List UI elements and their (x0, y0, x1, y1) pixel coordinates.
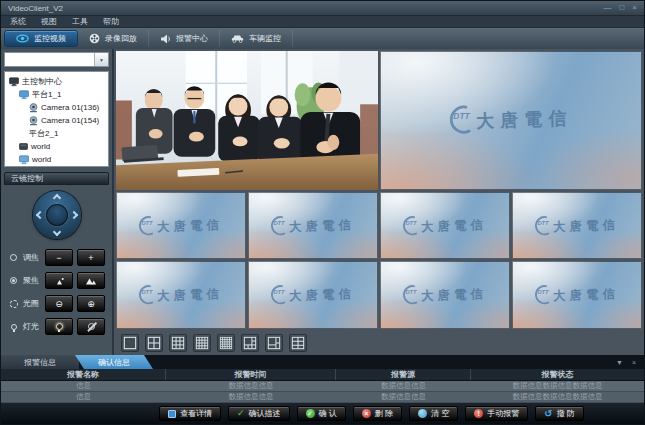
device-combo[interactable]: ▼ (4, 52, 109, 67)
video-row-top (116, 51, 642, 190)
layout-25-grid-icon (219, 336, 233, 350)
video-row-bottom (116, 261, 642, 329)
video-cell-logo-large[interactable] (380, 51, 642, 190)
video-cell[interactable] (116, 261, 246, 329)
alarm-tabbar: 报警信息 确认信息 ▼ × (1, 355, 644, 369)
minimize-button[interactable]: — (603, 4, 611, 12)
tree-item-world-1[interactable]: world (7, 140, 106, 153)
dtt-watermark (530, 214, 624, 237)
combo-dropdown-button[interactable]: ▼ (94, 53, 108, 66)
device-tree: 主控制中心 平台1_1 Camera 01( (4, 71, 109, 167)
alarm-tab-alarm-info[interactable]: 报警信息 (1, 355, 79, 369)
check-icon: ✓ (237, 409, 245, 418)
close-button[interactable]: × (632, 4, 637, 12)
focus-far-button[interactable] (77, 272, 105, 289)
dtt-watermark (530, 284, 624, 307)
layout-16-screen-button[interactable] (193, 334, 211, 352)
layout-10-screen-button[interactable] (289, 334, 307, 352)
layout-1-grid-icon (123, 336, 137, 350)
menu-item-tools[interactable]: 工具 (72, 16, 88, 27)
dpad-down-button[interactable] (52, 228, 60, 236)
tree-item-label: Camera 01(154) (41, 116, 99, 125)
app-title: VideoClient_V2 (8, 4, 63, 13)
dpad-left-button[interactable] (35, 211, 43, 219)
eye-icon (16, 34, 29, 43)
iris-close-button[interactable]: ⊖ (45, 295, 73, 312)
maximize-button[interactable]: □ (619, 4, 624, 12)
tab-vehicle-monitor[interactable]: 车辆监控 (220, 30, 293, 47)
video-cell[interactable] (116, 192, 246, 260)
tree-item-camera-154[interactable]: Camera 01(154) (7, 114, 106, 127)
disarm-button[interactable]: ↺ 撤 防 (535, 406, 584, 421)
confirm-button[interactable]: ✓ 确 认 (297, 406, 346, 421)
alarm-table-row[interactable]: 信息 数据信息信息 数据信息信息 数据信息数据信息数据信息 (1, 392, 644, 403)
ptz-row-label: 调焦 (23, 252, 41, 263)
iris-open-button[interactable]: ⊕ (77, 295, 105, 312)
layout-8-screen-button[interactable] (265, 334, 283, 352)
layout-6-screen-button[interactable] (241, 334, 259, 352)
ptz-row-focus: 聚焦 (8, 269, 105, 292)
video-cell-main-camera[interactable] (116, 51, 378, 190)
light-on-button[interactable] (45, 318, 73, 335)
dtt-watermark (266, 284, 360, 307)
video-cell[interactable] (248, 261, 378, 329)
layout-4-screen-button[interactable] (145, 334, 163, 352)
video-cell[interactable] (248, 192, 378, 260)
layout-9-screen-button[interactable] (169, 334, 187, 352)
menu-item-view[interactable]: 视图 (41, 16, 57, 27)
layout-4-grid-icon (147, 336, 161, 350)
minus-icon: − (56, 253, 61, 263)
layout-9-grid-icon (171, 336, 185, 350)
confirm-desc-button[interactable]: ✓ 确认描述 (228, 406, 290, 421)
action-label: 查看详情 (180, 408, 212, 419)
column-header-alarm-name: 报警名称 (1, 369, 166, 380)
manual-alarm-button[interactable]: ! 手动报警 (465, 406, 528, 421)
video-cell[interactable] (512, 192, 642, 260)
monitor-blue-icon (19, 155, 29, 165)
circled-plus-icon: ⊕ (87, 299, 95, 309)
layout-6-grid-icon (243, 336, 257, 350)
dtt-watermark (266, 214, 360, 237)
layout-1-screen-button[interactable] (121, 334, 139, 352)
tree-item-platform1[interactable]: 平台1_1 (7, 88, 106, 101)
bottom-action-bar: 查看详情 ✓ 确认描述 ✓ 确 认 × 删 除 清 空 ! 手动报警 ↺ 撤 防 (1, 403, 644, 424)
tree-item-camera-136[interactable]: Camera 01(136) (7, 101, 106, 114)
menu-item-help[interactable]: 帮助 (103, 16, 119, 27)
view-detail-button[interactable]: 查看详情 (159, 406, 221, 421)
tree-item-platform2[interactable]: 平台2_1 (7, 127, 106, 140)
video-cell[interactable] (512, 261, 642, 329)
chevron-down-icon: ▼ (99, 57, 104, 63)
clear-button[interactable]: 清 空 (409, 406, 458, 421)
ptz-row-iris: 光圈 ⊖ ⊕ (8, 292, 105, 315)
light-bulb-icon (8, 324, 19, 330)
dpad-up-button[interactable] (52, 194, 60, 202)
dpad-center-button[interactable] (46, 204, 68, 226)
panel-collapse-icon[interactable]: ▼ (616, 359, 623, 366)
light-off-button[interactable] (77, 318, 105, 335)
zoom-in-button[interactable]: + (77, 249, 105, 266)
alarm-cell-source: 数据信息信息 (336, 381, 471, 391)
tab-alarm-center[interactable]: 报警中心 (149, 30, 220, 47)
video-cell[interactable] (380, 192, 510, 260)
menu-item-system[interactable]: 系统 (10, 16, 26, 27)
tab-playback[interactable]: 录像回放 (78, 30, 149, 47)
alarm-table-row[interactable]: 信息 数据信息信息 数据信息信息 数据信息数据信息数据信息 (1, 381, 644, 392)
dpad-right-button[interactable] (69, 211, 77, 219)
ptz-dpad (33, 191, 81, 239)
alarm-tab-confirm-info[interactable]: 确认信息 (75, 355, 153, 369)
delete-button[interactable]: × 删 除 (353, 406, 402, 421)
panel-close-icon[interactable]: × (632, 359, 636, 366)
tab-monitor-video[interactable]: 监控视频 (4, 30, 78, 47)
left-panel: ▼ 主控制中心 平台1_1 (1, 49, 114, 355)
column-header-alarm-time: 报警时间 (166, 369, 336, 380)
tree-item-world-2[interactable]: world (7, 153, 106, 166)
video-cell[interactable] (380, 261, 510, 329)
layout-25-screen-button[interactable] (217, 334, 235, 352)
camera-icon (29, 116, 38, 126)
zoom-out-button[interactable]: − (45, 249, 73, 266)
alarm-tab-label: 报警信息 (24, 357, 56, 368)
focus-near-button[interactable] (45, 272, 73, 289)
action-label: 删 除 (375, 408, 393, 419)
ptz-row-label: 聚焦 (23, 275, 41, 286)
tree-item-control-center[interactable]: 主控制中心 (7, 75, 106, 88)
